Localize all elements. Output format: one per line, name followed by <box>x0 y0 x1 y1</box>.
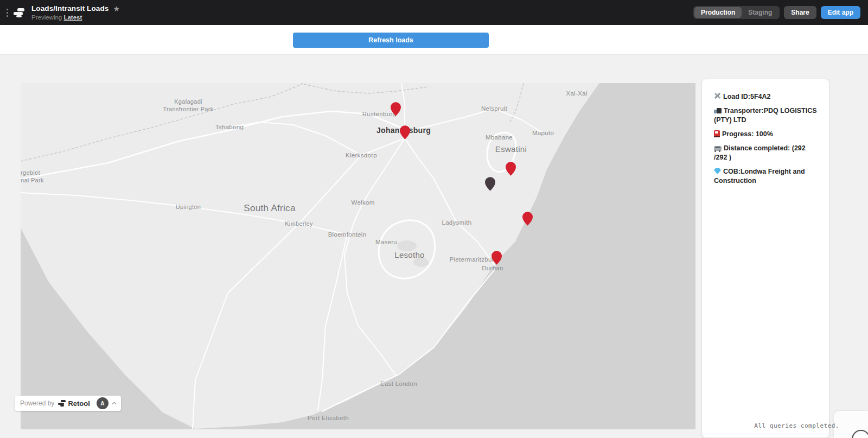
map-pin[interactable] <box>400 125 410 139</box>
previewing-status: Previewing Latest <box>31 14 120 21</box>
title-block: Loads/Intransit Loads ★ Previewing Lates… <box>31 4 120 21</box>
retool-logo-icon[interactable] <box>13 8 25 17</box>
page-title: Loads/Intransit Loads <box>31 4 108 12</box>
distance-row: Distance completed: (292 /292 ) <box>714 144 817 162</box>
toolbar: Refresh loads <box>0 25 868 55</box>
van-icon <box>714 146 722 151</box>
map-pin[interactable] <box>522 212 533 226</box>
powered-by-badge[interactable]: Powered by Retool A <box>15 396 121 411</box>
truck-icon <box>714 107 722 113</box>
map-pin[interactable] <box>506 162 516 176</box>
progress-row: Progress: 100% <box>714 130 817 139</box>
share-button[interactable]: Share <box>784 6 816 19</box>
env-staging-option[interactable]: Staging <box>742 7 778 18</box>
cob-row: COB:Londwa Freight and Construction <box>714 167 817 186</box>
retool-brand-label: Retool <box>68 399 90 408</box>
gem-icon <box>714 168 721 174</box>
env-production-option[interactable]: Production <box>694 7 742 18</box>
map-pin[interactable] <box>391 102 401 116</box>
latest-link[interactable]: Latest <box>63 14 82 21</box>
avatar[interactable]: A <box>97 397 108 409</box>
load-id-row: Load ID:5F4A2 <box>714 92 817 101</box>
edit-app-button[interactable]: Edit app <box>821 6 860 19</box>
environment-toggle: Production Staging <box>693 6 780 19</box>
favorite-star-icon[interactable]: ★ <box>113 5 120 12</box>
transporter-row: Transporter:PDQ LOGISTICS (PTY) LTD <box>714 106 817 125</box>
refresh-loads-button[interactable]: Refresh loads <box>293 33 489 48</box>
chevron-up-icon[interactable] <box>112 402 117 405</box>
map-canvas[interactable]: Kgalagadi Transfrontier ParkTshabongRust… <box>21 83 695 429</box>
app-window: Loads/Intransit Loads ★ Previewing Lates… <box>0 0 868 438</box>
map-pin[interactable] <box>492 251 502 265</box>
app-header: Loads/Intransit Loads ★ Previewing Lates… <box>0 0 868 25</box>
map-base-layer <box>21 83 695 429</box>
menu-kebab-icon[interactable] <box>7 9 9 17</box>
satellite-icon <box>714 92 721 99</box>
powered-by-label: Powered by <box>20 399 54 407</box>
fuel-pump-icon <box>714 130 720 137</box>
map-pin[interactable] <box>485 177 495 191</box>
previewing-label: Previewing <box>31 14 62 21</box>
load-details-panel: Load ID:5F4A2 Transporter:PDQ LOGISTICS … <box>701 79 829 438</box>
retool-mini-logo-icon <box>58 400 66 407</box>
queries-status-toast: All queries completed. <box>754 422 839 429</box>
